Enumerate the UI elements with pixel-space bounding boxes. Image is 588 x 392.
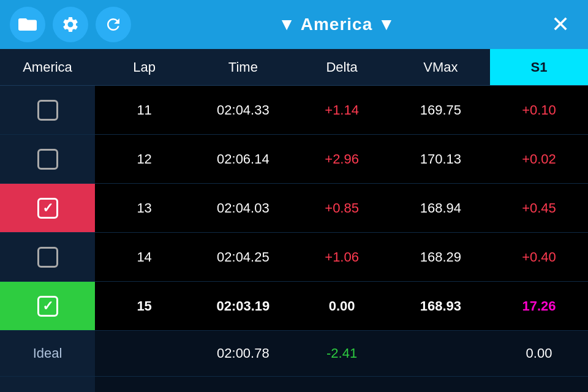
footer-vmax — [391, 331, 490, 376]
checkbox[interactable] — [37, 100, 58, 121]
time-cell: 02:04.25 — [194, 233, 292, 281]
footer-label: Best — [0, 377, 95, 392]
footer-vmax: 168.93 — [391, 377, 490, 392]
vmax-cell: 168.93 — [391, 282, 490, 330]
delta-cell: +1.14 — [293, 86, 391, 134]
refresh-icon — [104, 15, 123, 34]
table-row: 12 02:06.14 +2.96 170.13 +0.02 — [0, 135, 588, 184]
header: ▼ America ▼ ✕ — [0, 0, 588, 49]
table-row: 15 02:03.19 0.00 168.93 17.26 — [0, 282, 588, 331]
vmax-cell: 168.94 — [391, 184, 490, 232]
footer-time: 02:03.19 — [194, 377, 292, 392]
folder-icon — [18, 15, 37, 34]
time-cell: 02:04.03 — [194, 184, 292, 232]
lap-cell: 15 — [95, 282, 194, 330]
col-header-delta: Delta — [293, 49, 391, 85]
lap-cell: 14 — [95, 233, 194, 281]
footer-delta: -2.41 — [293, 331, 391, 376]
refresh-button[interactable] — [96, 7, 131, 42]
checkbox-cell — [0, 135, 95, 183]
footer-label: Ideal — [0, 331, 95, 376]
checkbox[interactable] — [37, 296, 58, 317]
table-row: 13 02:04.03 +0.85 168.94 +0.45 — [0, 184, 588, 233]
col-header-s1: S1 — [490, 49, 588, 85]
s1-cell: +0.02 — [490, 135, 588, 183]
close-button[interactable]: ✕ — [543, 7, 578, 42]
delta-cell: 0.00 — [293, 282, 391, 330]
footer-s1: 17.26 — [490, 377, 588, 392]
col-header-lap: Lap — [95, 49, 194, 85]
table-footer: Ideal 02:00.78 -2.41 0.00 Best 02:03.19 … — [0, 331, 588, 392]
footer-row: Best 02:03.19 0.00 168.93 17.26 — [0, 377, 588, 392]
time-cell: 02:04.33 — [194, 86, 292, 134]
table-body: 11 02:04.33 +1.14 169.75 +0.10 12 02:06.… — [0, 86, 588, 331]
checkbox-cell — [0, 233, 95, 281]
checkbox[interactable] — [37, 198, 58, 219]
table-row: 11 02:04.33 +1.14 169.75 +0.10 — [0, 86, 588, 135]
folder-button[interactable] — [10, 7, 45, 42]
col-header-time: Time — [194, 49, 292, 85]
col-header-america: America — [0, 49, 95, 85]
col-header-vmax: VMax — [391, 49, 490, 85]
delta-cell: +0.85 — [293, 184, 391, 232]
checkbox[interactable] — [37, 247, 58, 268]
header-left — [10, 7, 131, 42]
s1-cell: 17.26 — [490, 282, 588, 330]
footer-lap — [95, 331, 194, 376]
lap-cell: 12 — [95, 135, 194, 183]
time-cell: 02:06.14 — [194, 135, 292, 183]
checkbox-cell — [0, 86, 95, 134]
table-row: 14 02:04.25 +1.06 168.29 +0.40 — [0, 233, 588, 282]
s1-cell: +0.10 — [490, 86, 588, 134]
footer-s1: 0.00 — [490, 331, 588, 376]
s1-cell: +0.40 — [490, 233, 588, 281]
footer-time: 02:00.78 — [194, 331, 292, 376]
header-title: ▼ America ▼ — [131, 15, 543, 34]
lap-cell: 11 — [95, 86, 194, 134]
gear-icon — [61, 15, 80, 34]
delta-cell: +2.96 — [293, 135, 391, 183]
vmax-cell: 170.13 — [391, 135, 490, 183]
checkbox-cell — [0, 184, 95, 232]
table-column-headers: America Lap Time Delta VMax S1 — [0, 49, 588, 86]
footer-lap — [95, 377, 194, 392]
s1-cell: +0.45 — [490, 184, 588, 232]
checkbox[interactable] — [37, 149, 58, 170]
vmax-cell: 168.29 — [391, 233, 490, 281]
footer-row: Ideal 02:00.78 -2.41 0.00 — [0, 331, 588, 377]
time-cell: 02:03.19 — [194, 282, 292, 330]
vmax-cell: 169.75 — [391, 86, 490, 134]
settings-button[interactable] — [53, 7, 88, 42]
checkbox-cell — [0, 282, 95, 330]
delta-cell: +1.06 — [293, 233, 391, 281]
footer-delta: 0.00 — [293, 377, 391, 392]
lap-cell: 13 — [95, 184, 194, 232]
